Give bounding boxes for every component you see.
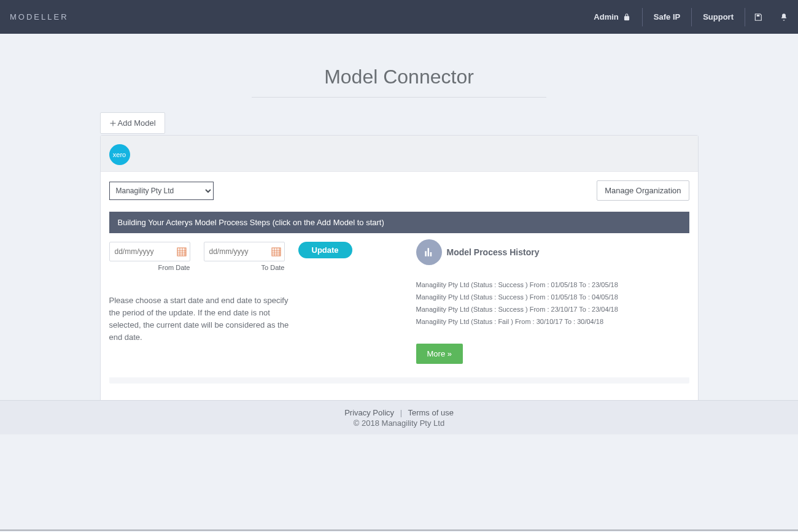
xero-icon: xero	[109, 144, 130, 165]
nav-save-button[interactable]	[745, 13, 771, 21]
bell-icon	[780, 13, 788, 21]
nav-admin-label: Admin	[594, 12, 618, 21]
model-panel: xero Managility Pty Ltd Manage Organizat…	[100, 135, 699, 403]
page-title: Model Connector	[0, 66, 798, 88]
panel-header: xero	[101, 136, 698, 172]
calendar-icon	[271, 247, 281, 256]
date-help-text: Please choose a start date and end date …	[109, 295, 293, 344]
title-divider	[252, 97, 546, 98]
history-item: Managility Pty Ltd (Status : Success ) F…	[416, 291, 689, 303]
footer: Privacy Policy | Terms of use © 2018 Man…	[0, 400, 798, 434]
svg-rect-0	[757, 14, 760, 16]
calendar-icon	[177, 247, 187, 256]
panel-bottom-strip	[109, 377, 689, 384]
to-date-caption: To Date	[261, 264, 285, 271]
nav-support-label: Support	[703, 12, 734, 21]
update-button[interactable]: Update	[298, 242, 352, 258]
nav-admin[interactable]: Admin	[583, 8, 642, 26]
from-date-caption: From Date	[158, 264, 190, 271]
history-item: Managility Pty Ltd (Status : Success ) F…	[416, 303, 689, 315]
process-steps-banner: Building Your Acterys Model Process Step…	[109, 212, 689, 233]
nav-support[interactable]: Support	[692, 8, 745, 26]
history-item: Managility Pty Ltd (Status : Success ) F…	[416, 279, 689, 291]
footer-separator: |	[400, 408, 402, 417]
nav-safe-ip[interactable]: Safe IP	[643, 8, 692, 26]
plus-icon	[109, 120, 117, 127]
nav-safe-ip-label: Safe IP	[654, 12, 680, 21]
more-button[interactable]: More »	[416, 344, 463, 364]
nav-notifications[interactable]	[771, 13, 788, 21]
privacy-policy-link[interactable]: Privacy Policy	[344, 408, 394, 417]
organization-select[interactable]: Managility Pty Ltd	[109, 182, 214, 200]
history-chart-icon	[416, 239, 442, 265]
bottom-border	[0, 530, 798, 531]
topbar: MODELLER Admin Safe IP Support	[0, 0, 798, 34]
history-list: Managility Pty Ltd (Status : Success ) F…	[416, 279, 689, 328]
add-model-label: Add Model	[118, 118, 156, 128]
terms-of-use-link[interactable]: Terms of use	[408, 408, 453, 417]
manage-organization-button[interactable]: Manage Organization	[597, 180, 689, 201]
history-item: Managility Pty Ltd (Status : Fail ) From…	[416, 315, 689, 328]
lock-icon	[622, 13, 631, 21]
brand-logo-text[interactable]: MODELLER	[10, 12, 69, 21]
footer-copyright: © 2018 Managility Pty Ltd	[354, 418, 444, 428]
save-icon	[754, 13, 762, 21]
history-title: Model Process History	[447, 247, 540, 257]
add-model-button[interactable]: Add Model	[100, 112, 165, 134]
